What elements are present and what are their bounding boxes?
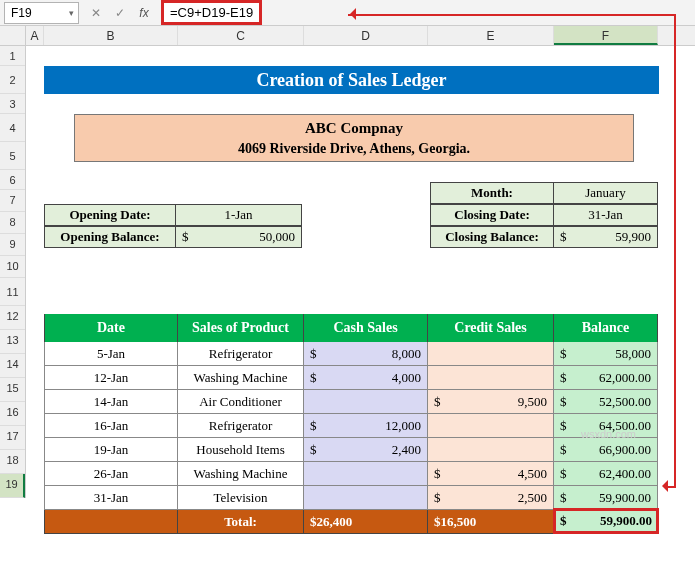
annotation-arrow bbox=[674, 14, 676, 486]
total-cash[interactable]: $26,400 bbox=[304, 510, 428, 534]
col-header-e[interactable]: E bbox=[428, 26, 554, 45]
row-header[interactable]: 11 bbox=[0, 278, 25, 306]
cell-date[interactable]: 12-Jan bbox=[44, 366, 178, 390]
row-header[interactable]: 12 bbox=[0, 306, 25, 330]
fx-icon[interactable]: fx bbox=[135, 6, 153, 20]
table-row: 16-JanRefrigerator$12,000$64,500.00 bbox=[44, 414, 658, 438]
name-box[interactable]: F19 ▾ bbox=[4, 2, 79, 24]
cell-product[interactable]: Air Conditioner bbox=[178, 390, 304, 414]
row-header[interactable]: 15 bbox=[0, 378, 25, 402]
cell-date[interactable]: 31-Jan bbox=[44, 486, 178, 510]
table-header-row: Date Sales of Product Cash Sales Credit … bbox=[44, 314, 658, 342]
col-header-f[interactable]: F bbox=[554, 26, 658, 45]
opening-balance-label: Opening Balance: bbox=[44, 226, 176, 248]
table-row: 26-JanWashing Machine$4,500$62,400.00 bbox=[44, 462, 658, 486]
th-cash: Cash Sales bbox=[304, 314, 428, 342]
row-header[interactable]: 1 bbox=[0, 46, 25, 66]
formula-text: =C9+D19-E19 bbox=[170, 5, 253, 20]
cell-credit[interactable] bbox=[428, 414, 554, 438]
cell-balance[interactable]: $59,900.00 bbox=[554, 486, 658, 510]
closing-date-value[interactable]: 31-Jan bbox=[554, 204, 658, 226]
row-header[interactable]: 16 bbox=[0, 402, 25, 426]
cell-cash[interactable] bbox=[304, 486, 428, 510]
col-header-b[interactable]: B bbox=[44, 26, 178, 45]
table-row: 14-JanAir Conditioner$9,500$52,500.00 bbox=[44, 390, 658, 414]
row-header[interactable]: 4 bbox=[0, 114, 25, 142]
cell-product[interactable]: Refrigerator bbox=[178, 414, 304, 438]
cell-credit[interactable]: $2,500 bbox=[428, 486, 554, 510]
row-header[interactable]: 13 bbox=[0, 330, 25, 354]
cell-date[interactable]: 16-Jan bbox=[44, 414, 178, 438]
total-label[interactable]: Total: bbox=[178, 510, 304, 534]
total-cell[interactable] bbox=[44, 510, 178, 534]
cancel-icon[interactable]: ✕ bbox=[87, 6, 105, 20]
cell-balance[interactable]: $66,900.00 bbox=[554, 438, 658, 462]
cell-date[interactable]: 19-Jan bbox=[44, 438, 178, 462]
cell-credit[interactable] bbox=[428, 342, 554, 366]
summary-left: Opening Date: 1-Jan Opening Balance: $50… bbox=[44, 204, 302, 248]
watermark: wsxdn.com bbox=[581, 428, 636, 440]
cell-cash[interactable]: $12,000 bbox=[304, 414, 428, 438]
cell-credit[interactable]: $9,500 bbox=[428, 390, 554, 414]
total-credit[interactable]: $16,500 bbox=[428, 510, 554, 534]
row-header[interactable]: 18 bbox=[0, 450, 25, 474]
col-header-c[interactable]: C bbox=[178, 26, 304, 45]
cell-cash[interactable] bbox=[304, 390, 428, 414]
th-date: Date bbox=[44, 314, 178, 342]
cell-date[interactable]: 26-Jan bbox=[44, 462, 178, 486]
company-address: 4069 Riverside Drive, Athens, Georgia. bbox=[75, 141, 633, 157]
cell-cash[interactable]: $8,000 bbox=[304, 342, 428, 366]
annotation-arrow bbox=[348, 14, 676, 16]
confirm-icon[interactable]: ✓ bbox=[111, 6, 129, 20]
cell-cash[interactable] bbox=[304, 462, 428, 486]
opening-balance-value[interactable]: $50,000 bbox=[176, 226, 302, 248]
select-all-corner[interactable] bbox=[0, 26, 26, 45]
cell-balance[interactable]: $52,500.00 bbox=[554, 390, 658, 414]
cell-cash[interactable]: $2,400 bbox=[304, 438, 428, 462]
worksheet[interactable]: Creation of Sales Ledger ABC Compnay 406… bbox=[26, 46, 666, 498]
row-header[interactable]: 17 bbox=[0, 426, 25, 450]
row-header[interactable]: 7 bbox=[0, 190, 25, 212]
cell-date[interactable]: 14-Jan bbox=[44, 390, 178, 414]
company-name: ABC Compnay bbox=[75, 120, 633, 137]
row-header[interactable]: 9 bbox=[0, 234, 25, 256]
closing-balance-value[interactable]: $59,900 bbox=[554, 226, 658, 248]
row-header[interactable]: 8 bbox=[0, 212, 25, 234]
column-headers: A B C D E F bbox=[0, 26, 695, 46]
opening-date-value[interactable]: 1-Jan bbox=[176, 204, 302, 226]
cell-balance[interactable]: $62,400.00 bbox=[554, 462, 658, 486]
cell-credit[interactable]: $4,500 bbox=[428, 462, 554, 486]
cell-product[interactable]: Household Items bbox=[178, 438, 304, 462]
col-header-d[interactable]: D bbox=[304, 26, 428, 45]
row-header[interactable]: 2 bbox=[0, 66, 25, 94]
row-header[interactable]: 19 bbox=[0, 474, 25, 498]
cell-product[interactable]: Television bbox=[178, 486, 304, 510]
cell-product[interactable]: Washing Machine bbox=[178, 462, 304, 486]
table-row: 5-JanRefrigerator$8,000$58,000 bbox=[44, 342, 658, 366]
month-value[interactable]: January bbox=[554, 182, 658, 204]
cell-cash[interactable]: $4,000 bbox=[304, 366, 428, 390]
arrow-head-icon bbox=[656, 480, 668, 492]
row-header[interactable]: 10 bbox=[0, 256, 25, 278]
row-header[interactable]: 5 bbox=[0, 142, 25, 170]
row-headers: 1 2 3 4 5 6 7 8 9 10 11 12 13 14 15 16 1… bbox=[0, 46, 26, 498]
cell-credit[interactable] bbox=[428, 438, 554, 462]
table-row: 31-JanTelevision$2,500$59,900.00 bbox=[44, 486, 658, 510]
arrow-head-icon bbox=[344, 8, 356, 20]
company-box: ABC Compnay 4069 Riverside Drive, Athens… bbox=[74, 114, 634, 162]
total-balance-cell[interactable]: $59,900.00 bbox=[554, 510, 658, 534]
cell-balance[interactable]: $62,000.00 bbox=[554, 366, 658, 390]
row-header[interactable]: 6 bbox=[0, 170, 25, 190]
name-box-dropdown-icon[interactable]: ▾ bbox=[69, 8, 78, 18]
formula-input[interactable]: =C9+D19-E19 bbox=[161, 0, 262, 25]
name-box-value: F19 bbox=[11, 6, 32, 20]
total-row: Total: $26,400 $16,500 $59,900.00 bbox=[44, 510, 658, 534]
col-header-a[interactable]: A bbox=[26, 26, 44, 45]
cell-credit[interactable] bbox=[428, 366, 554, 390]
cell-balance[interactable]: $58,000 bbox=[554, 342, 658, 366]
cell-product[interactable]: Washing Machine bbox=[178, 366, 304, 390]
row-header[interactable]: 3 bbox=[0, 94, 25, 114]
row-header[interactable]: 14 bbox=[0, 354, 25, 378]
cell-date[interactable]: 5-Jan bbox=[44, 342, 178, 366]
cell-product[interactable]: Refrigerator bbox=[178, 342, 304, 366]
